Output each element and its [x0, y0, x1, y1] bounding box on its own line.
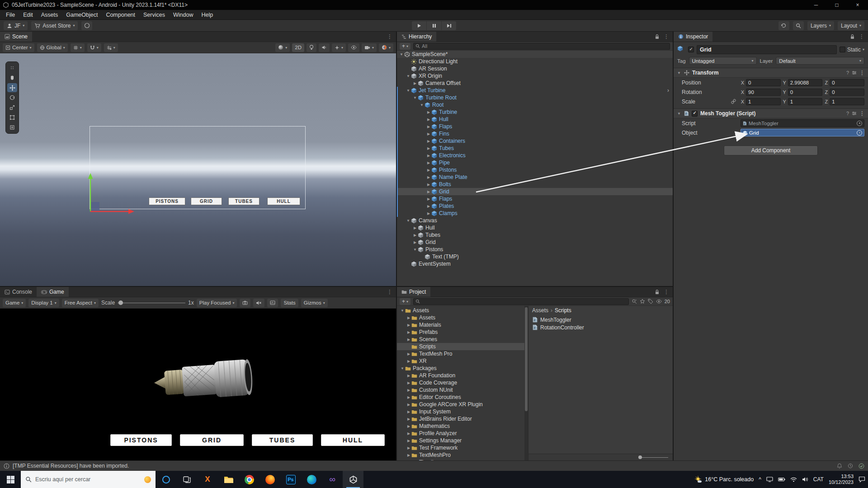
tree-toggle-icon[interactable]: ▶ [412, 233, 418, 237]
project-search-input[interactable] [413, 298, 629, 305]
tree-toggle-icon[interactable]: ▶ [406, 432, 411, 436]
project-folder-scenes[interactable]: ▶Scenes [397, 336, 524, 343]
tree-toggle-icon[interactable]: ▼ [399, 52, 404, 56]
status-message[interactable]: [TMP Essential Resources] have been impo… [13, 463, 129, 469]
hierarchy-item-electronics[interactable]: ▶Electronics [397, 152, 673, 159]
tree-toggle-icon[interactable]: ▶ [426, 110, 431, 114]
script-object-field[interactable]: # MeshToggler [741, 119, 864, 127]
search-save-icon[interactable] [632, 299, 637, 304]
hierarchy-item-hull[interactable]: ▶Hull [397, 224, 673, 231]
project-folder-profile-analyzer[interactable]: ▶Profile Analyzer [397, 430, 524, 437]
visual-studio-icon[interactable]: ∞ [322, 471, 343, 488]
lock-icon[interactable] [655, 289, 660, 295]
caret-down-icon[interactable]: ▾ [863, 47, 864, 52]
menu-assets[interactable]: Assets [37, 11, 62, 19]
tree-toggle-icon[interactable]: ▶ [426, 161, 431, 165]
stats-toggle[interactable]: Stats [281, 299, 298, 307]
game-viewport[interactable]: PISTONSGRIDTUBESHULL [0, 309, 396, 460]
capture-button[interactable] [240, 299, 250, 307]
hierarchy-item-pistons[interactable]: ▼Pistons [397, 246, 673, 253]
scene-ui-button-pistons[interactable]: PISTONS [149, 197, 185, 205]
gizmos-dropdown[interactable]: ▾ [379, 43, 393, 52]
menu-services[interactable]: Services [139, 11, 169, 19]
menu-window[interactable]: Window [169, 11, 197, 19]
scene-viewport[interactable]: PISTONSGRIDTUBESHULL [0, 53, 396, 286]
project-folder-editor-coroutines[interactable]: ▶Editor Coroutines [397, 394, 524, 401]
project-folder-custom-nunit[interactable]: ▶Custom NUnit [397, 386, 524, 394]
panel-menu-icon[interactable]: ⋮ [387, 33, 392, 40]
display-tray-icon[interactable] [766, 477, 773, 482]
project-folder-assets[interactable]: ▶Assets [397, 314, 524, 321]
hierarchy-item-clamps[interactable]: ▶Clamps [397, 210, 673, 217]
aspect-dropdown[interactable]: Free Aspect ▾ [62, 299, 99, 307]
cortana-button[interactable] [156, 471, 176, 488]
hierarchy-search-input[interactable]: All [413, 43, 670, 50]
2d-toggle-button[interactable]: 2D [292, 43, 304, 52]
game-ui-button-hull[interactable]: HULL [321, 434, 385, 446]
hierarchy-item-hull[interactable]: ▶Hull [397, 116, 673, 123]
tree-toggle-icon[interactable]: ▶ [406, 381, 411, 385]
metrics-button[interactable] [267, 299, 278, 307]
tree-toggle-icon[interactable]: ▼ [412, 96, 418, 100]
game-view-dropdown[interactable]: Game ▾ [3, 299, 26, 307]
project-folder-xr[interactable]: ▶XR [397, 357, 524, 365]
clock[interactable]: 13:53 10/12/2023 [829, 474, 854, 485]
step-button[interactable] [442, 21, 456, 30]
hierarchy-item-eventsystem[interactable]: EventSystem [397, 260, 673, 267]
xampp-icon[interactable]: X [197, 471, 218, 488]
hierarchy-item-tubes[interactable]: ▶Tubes [397, 145, 673, 152]
menu-edit[interactable]: Edit [19, 11, 37, 19]
tree-toggle-icon[interactable]: ▶ [406, 403, 411, 407]
tree-toggle-icon[interactable]: ▶ [426, 190, 431, 194]
asset-zoom-slider[interactable] [638, 455, 668, 460]
scale-tool-button[interactable] [7, 103, 17, 112]
scene-visibility-toggle[interactable] [348, 43, 359, 52]
maximize-button[interactable]: □ [826, 0, 847, 10]
move-gizmo[interactable] [84, 173, 138, 216]
tree-toggle-icon[interactable]: ▶ [406, 338, 411, 342]
tree-toggle-icon[interactable]: ▶ [406, 374, 411, 378]
project-folder-assets[interactable]: ▼Assets [397, 307, 524, 314]
object-picker-icon[interactable] [857, 130, 862, 136]
play-button[interactable] [412, 21, 426, 30]
cloud-services-button[interactable] [81, 21, 92, 30]
menu-file[interactable]: File [2, 11, 19, 19]
tree-toggle-icon[interactable]: ▼ [412, 248, 418, 252]
component-menu-icon[interactable]: ⋮ [859, 70, 865, 76]
project-folder-materials[interactable]: ▶Materials [397, 321, 524, 328]
hierarchy-item-name-plate[interactable]: ▶Name Plate [397, 174, 673, 181]
project-folder-google-arcore-xr-plugin[interactable]: ▶Google ARCore XR Plugin [397, 401, 524, 408]
panel-menu-icon[interactable]: ⋮ [664, 289, 669, 295]
rotate-tool-button[interactable] [7, 93, 17, 102]
hierarchy-item-grid[interactable]: ▶Grid [397, 239, 673, 246]
hierarchy-item-root[interactable]: ▼Root [397, 101, 673, 108]
scale-slider[interactable] [118, 299, 185, 307]
background-activity-icon[interactable] [848, 463, 853, 469]
hierarchy-item-turbine[interactable]: ▶Turbine [397, 108, 673, 116]
object-picker-icon[interactable] [857, 121, 862, 126]
link-icon[interactable] [731, 99, 736, 104]
hierarchy-item-turbine-root[interactable]: ▼Turbine Root [397, 94, 673, 101]
photoshop-icon[interactable]: Ps [280, 471, 301, 488]
presets-icon[interactable] [852, 70, 857, 75]
tree-toggle-icon[interactable]: ▼ [406, 89, 411, 93]
tree-toggle-icon[interactable]: ▶ [406, 395, 411, 399]
scene-ui-button-grid[interactable]: GRID [191, 197, 222, 205]
tree-toggle-icon[interactable]: ▼ [400, 366, 405, 371]
edge-icon[interactable] [301, 471, 322, 488]
project-file-meshtoggler[interactable]: #MeshToggler [528, 316, 673, 324]
hierarchy-item-flaps[interactable]: ▶Flaps [397, 195, 673, 202]
project-folder-test-framework[interactable]: ▶Test Framework [397, 444, 524, 451]
presets-icon[interactable] [852, 111, 857, 116]
mute-audio-button[interactable] [253, 299, 264, 307]
rotation-y-field[interactable]: 0 [788, 89, 823, 96]
tree-toggle-icon[interactable]: ▶ [426, 168, 431, 172]
hierarchy-item-canvas[interactable]: ▼Canvas [397, 217, 673, 224]
object-reference-field[interactable]: Grid [741, 129, 864, 136]
project-folder-scripts[interactable]: Scripts [397, 343, 524, 350]
scale-x-field[interactable]: 1 [746, 98, 781, 105]
project-folder-packages[interactable]: ▼Packages [397, 365, 524, 372]
tree-toggle-icon[interactable]: ▶ [426, 125, 431, 129]
search-button[interactable] [793, 21, 804, 30]
asset-store-dropdown[interactable]: Asset Store ▾ [31, 21, 78, 30]
